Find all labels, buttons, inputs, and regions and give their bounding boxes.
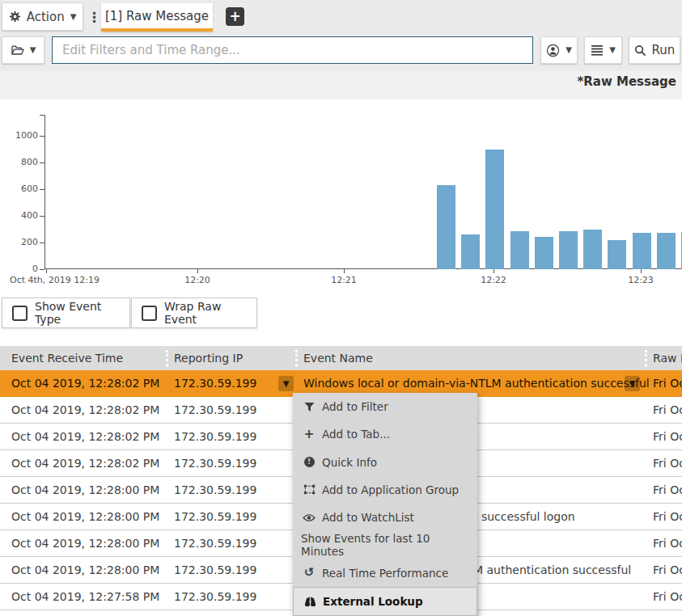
event-histogram-chart: 1000 800 600 400 200 0 Oct 4th, 2019 12:… [0,99,682,295]
chart-bar [461,234,480,269]
show-event-type-label: Show Event Type [35,300,120,326]
gear-icon [9,11,21,23]
column-header-event-receive-time[interactable]: Event Receive Time [11,346,123,370]
cell-reporting-ip: 172.30.59.199 [174,450,256,477]
cell-receive-time: Oct 04 2019, 12:28:00 PM [11,557,159,584]
tab-label: [1] Raw Message [105,9,209,23]
run-button-label: Run [652,43,676,57]
y-axis [44,115,45,269]
y-tick-label: 400 [6,210,38,222]
filter-input[interactable] [52,36,533,64]
list-icon [591,44,604,56]
search-icon [634,44,646,57]
chart-bar [510,231,529,269]
funnel-icon [301,400,317,413]
y-tick-label: 200 [6,237,38,248]
cell-raw-message: Fri Oc [653,450,682,477]
section-title: *Raw Message [577,74,676,89]
cell-dropdown-caret-icon[interactable]: ▼ [278,376,294,391]
menu-item-external-lookup[interactable]: External Lookup [293,587,477,616]
cell-receive-time: Oct 04 2019, 12:28:00 PM [11,477,159,504]
menu-item-real-time-performance[interactable]: ↺ Real Time Performance [293,559,477,587]
app-window: Action ▼ ⋮ [1] Raw Message + ▼ ▼ [0,0,682,616]
table-header: Event Receive Time Reporting IP Event Na… [0,346,682,370]
chart-bar [657,233,676,269]
row-context-menu: Add to Filter + Add to Tab... ! Quick In… [293,393,477,616]
wrap-raw-event-label: Wrap Raw Event [164,300,247,326]
column-separator[interactable] [645,350,647,366]
menu-item-show-events-last-10-minutes[interactable]: Show Events for last 10 Minutes [293,531,477,559]
tab-options-kebab-icon[interactable]: ⋮ [87,7,99,27]
menu-item-label: External Lookup [323,595,423,608]
chart-bar [535,237,553,269]
x-tick-label: 12:21 [331,275,357,285]
tab-raw-message[interactable]: [1] Raw Message [101,3,213,32]
column-header-raw-message[interactable]: Raw M [653,346,682,370]
cell-receive-time: Oct 04 2019, 12:28:02 PM [11,424,159,450]
cell-raw-message: Fri Oc [653,424,682,450]
cell-raw-message: Fri Oc [653,397,682,424]
chart-bar [559,231,578,269]
chevron-down-icon: ▼ [30,46,36,54]
column-separator[interactable] [166,350,168,366]
action-button[interactable]: Action ▼ [2,2,83,31]
cell-reporting-ip: 172.30.59.199 [174,557,256,584]
menu-item-label: Add to WatchList [322,511,414,524]
menu-item-add-to-filter[interactable]: Add to Filter [293,393,477,420]
y-tick-label: 800 [6,157,38,168]
columns-list-button[interactable]: ▼ [584,36,622,64]
chart-bar [633,233,651,269]
chevron-down-icon: ▼ [609,46,616,54]
x-tick-label: 12:23 [628,275,654,285]
cell-receive-time: Oct 04 2019, 12:28:02 PM [11,397,159,424]
cell-reporting-ip: 172.30.59.199 [174,477,256,504]
cell-reporting-ip: 172.30.59.199 [174,370,256,397]
cell-receive-time: Oct 04 2019, 12:27:58 PM [11,584,159,610]
column-header-reporting-ip[interactable]: Reporting IP [174,346,243,370]
wrap-raw-event-toggle[interactable]: Wrap Raw Event [131,297,257,328]
menu-item-label: Add to Filter [322,400,388,413]
user-icon [546,44,560,57]
binoculars-icon [302,595,318,608]
cell-receive-time: Oct 04 2019, 12:28:02 PM [11,370,159,397]
menu-item-label: Real Time Performance [322,567,448,580]
menu-item-label: Show Events for last 10 Minutes [301,532,471,558]
y-tick-label: 0 [6,264,38,275]
menu-item-quick-info[interactable]: ! Quick Info [293,449,477,476]
menu-item-add-to-application-group[interactable]: Add to Application Group [293,476,477,504]
info-icon: ! [301,456,317,469]
menu-item-label: Add to Application Group [322,483,459,496]
checkbox-icon[interactable] [142,306,157,321]
cell-event-name: t successful logon [473,504,575,530]
x-tick-label: 12:22 [481,275,506,285]
saved-filters-button[interactable]: ▼ [2,36,44,64]
chart-bar [583,230,602,269]
run-button[interactable]: Run [629,36,680,64]
history-icon: ↺ [301,567,317,580]
cell-reporting-ip: 172.30.59.199 [174,504,256,530]
cell-reporting-ip: 172.30.59.199 [174,397,256,424]
cell-dropdown-caret-icon[interactable]: ▼ [625,376,640,391]
y-tick-label: 1000 [6,130,38,141]
menu-item-add-to-watchlist[interactable]: Add to WatchList [293,504,477,531]
plus-icon: + [229,10,240,23]
cell-raw-message: Fri Oc [653,557,682,584]
show-event-type-toggle[interactable]: Show Event Type [2,297,130,328]
menu-item-label: Quick Info [322,456,377,469]
cell-reporting-ip: 172.30.59.199 [174,584,256,610]
menu-item-add-to-tab[interactable]: + Add to Tab... [293,420,477,448]
action-button-label: Action [27,10,65,24]
column-separator[interactable] [295,350,298,366]
y-tick-label: 600 [6,184,38,195]
column-header-event-name[interactable]: Event Name [303,346,373,370]
cell-reporting-ip: 172.30.59.199 [174,530,256,557]
checkbox-icon[interactable] [12,306,28,321]
add-tab-button[interactable]: + [226,7,244,26]
user-context-button[interactable]: ▼ [540,36,578,64]
cell-receive-time: Oct 04 2019, 12:28:02 PM [11,450,159,477]
x-tick-label: Oct 4th, 2019 12:19 [10,275,100,285]
cell-raw-message: Fri Oc [653,530,682,557]
cell-raw-message: Fri Oc [653,477,682,504]
cell-raw-message: Fri Oc [653,504,682,530]
plus-icon: + [301,428,317,441]
